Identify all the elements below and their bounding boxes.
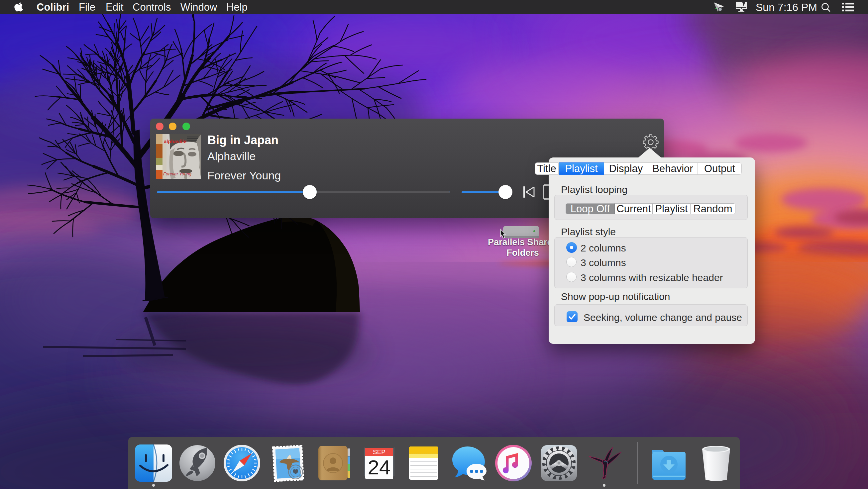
svg-text:Forever Young: Forever Young (163, 171, 192, 176)
svg-text:alphaville: alphaville (164, 138, 186, 144)
svg-text:24: 24 (368, 456, 391, 479)
svg-text:SEP: SEP (373, 449, 385, 455)
